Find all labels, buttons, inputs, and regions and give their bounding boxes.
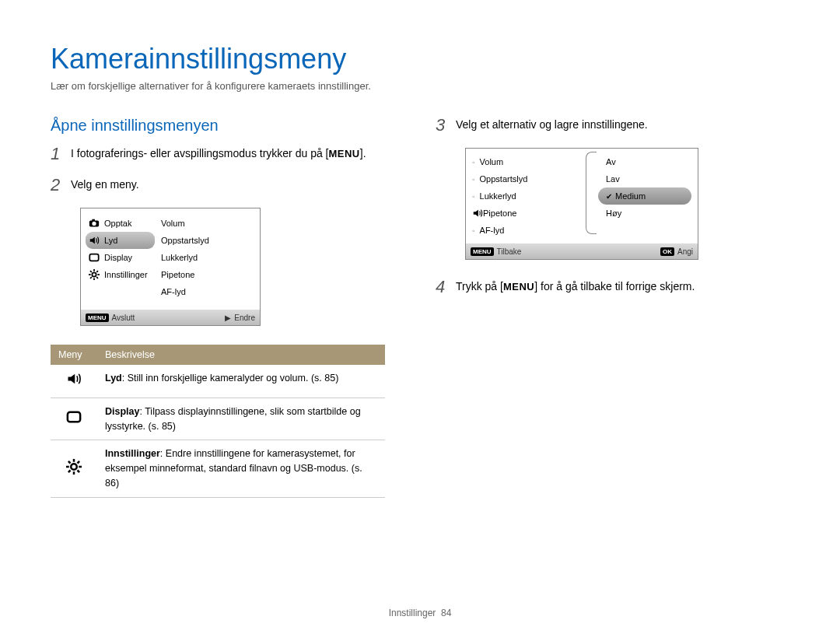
- step-number: 3: [436, 117, 448, 134]
- bullet-icon: [472, 191, 480, 201]
- sound-icon: [66, 371, 82, 387]
- menu-item-opptak[interactable]: Opptak: [86, 215, 155, 232]
- step-2: 2 Velg en meny.: [51, 177, 404, 194]
- bullet-icon: [472, 226, 480, 235]
- menu-item-label: Display: [104, 253, 132, 262]
- step-number: 1: [51, 145, 63, 163]
- step-3: 3 Velg et alternativ og lagre innstillin…: [436, 117, 789, 134]
- col-header-menu: Meny: [51, 345, 97, 365]
- submenu-item[interactable]: Pipetone: [161, 266, 254, 283]
- submenu-item[interactable]: Lukkerlyd: [161, 249, 254, 266]
- option-value[interactable]: Av: [598, 153, 691, 170]
- gear-icon: [89, 269, 100, 280]
- menu-item-label: Lyd: [104, 236, 117, 245]
- submenu-item[interactable]: Oppstartslyd: [161, 232, 254, 249]
- footer-action-exit: Avslutt: [112, 313, 135, 322]
- option-value[interactable]: Medium: [598, 187, 691, 205]
- menu-item-innstillinger[interactable]: Innstillinger: [86, 266, 155, 283]
- section-heading: Åpne innstillingsmenyen: [51, 117, 404, 135]
- sound-icon: [89, 235, 100, 246]
- table-row: Innstillinger: Endre innstillingene for …: [51, 440, 385, 497]
- arrow-right-icon: ▶: [225, 313, 231, 322]
- check-icon: [606, 191, 615, 201]
- option-name[interactable]: AF-lyd: [472, 222, 598, 239]
- step-number: 4: [436, 278, 448, 296]
- footer-action-change: Endre: [234, 313, 255, 322]
- step-text: Velg en meny.: [71, 177, 139, 194]
- step-text: Trykk på: [456, 280, 500, 292]
- page-title: Kamerainnstillingsmeny: [51, 43, 789, 75]
- ok-badge: OK: [660, 247, 674, 256]
- menu-item-display[interactable]: Display: [86, 249, 155, 266]
- camera-screen-option: VolumOppstartslydLukkerlydPipetoneAF-lyd…: [465, 148, 698, 260]
- bullet-icon: [472, 174, 480, 184]
- footer-action-back: Tilbake: [497, 247, 522, 256]
- camera-screen-menu: OpptakLydDisplayInnstillinger VolumOppst…: [80, 208, 261, 326]
- gear-icon: [66, 459, 82, 475]
- option-name[interactable]: Lukkerlyd: [472, 187, 598, 205]
- option-name[interactable]: Oppstartslyd: [472, 170, 598, 187]
- footer-action-set: Angi: [677, 247, 693, 256]
- display-icon: [66, 409, 82, 425]
- option-name[interactable]: Pipetone: [472, 205, 598, 222]
- menu-description-table: Meny Beskrivelse Lyd: Still inn forskjel…: [51, 345, 385, 498]
- menu-badge: MENU: [471, 247, 494, 256]
- col-header-desc: Beskrivelse: [97, 345, 385, 365]
- menu-button-label: MENU: [328, 148, 359, 159]
- option-value[interactable]: Lav: [598, 170, 691, 187]
- table-row: Lyd: Still inn forskjellige kameralyder …: [51, 365, 385, 398]
- page-footer: Innstillinger 84: [0, 608, 840, 618]
- option-value[interactable]: Høy: [598, 205, 691, 222]
- step-4: 4 Trykk på [MENU] for å gå tilbake til f…: [436, 278, 789, 296]
- step-1: 1 I fotograferings- eller avspillingsmod…: [51, 145, 404, 163]
- camera-icon: [89, 218, 100, 229]
- page-intro: Lær om forskjellige alternativer for å k…: [51, 80, 789, 92]
- option-group-bracket: [586, 152, 597, 234]
- step-text: I fotograferings- eller avspillingsmodus…: [71, 147, 326, 159]
- submenu-item[interactable]: Volum: [161, 215, 254, 232]
- menu-item-label: Opptak: [104, 219, 131, 228]
- menu-item-label: Innstillinger: [104, 270, 148, 279]
- table-row: Display: Tilpass displayinnstillingene, …: [51, 398, 385, 440]
- submenu-item[interactable]: AF-lyd: [161, 283, 254, 300]
- step-number: 2: [51, 177, 63, 194]
- menu-button-label: MENU: [503, 281, 534, 292]
- display-icon: [89, 252, 100, 263]
- bullet-icon: [472, 157, 480, 166]
- menu-item-lyd[interactable]: Lyd: [86, 232, 155, 249]
- sound-icon: [472, 208, 483, 219]
- step-text: Velg et alternativ og lagre innstillinge…: [456, 117, 648, 134]
- menu-badge: MENU: [86, 313, 109, 322]
- option-name[interactable]: Volum: [472, 153, 598, 170]
